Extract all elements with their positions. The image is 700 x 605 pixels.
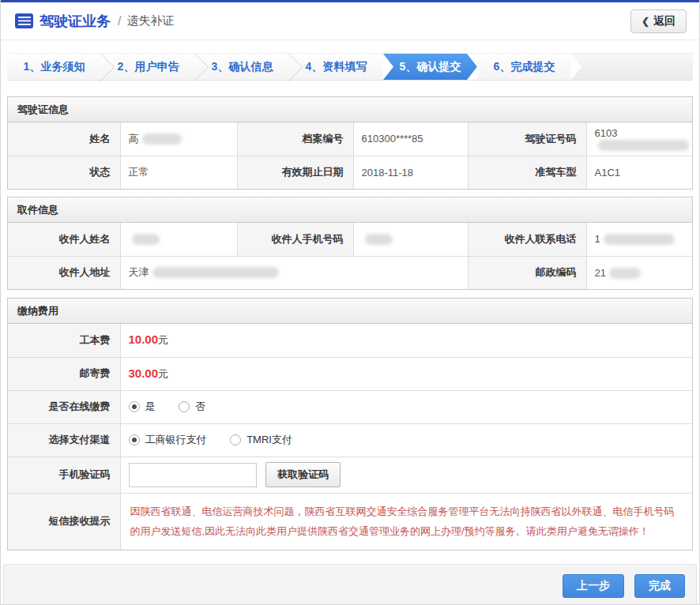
recipient-mobile-label: 收件人手机号码 <box>237 223 353 256</box>
name-value: 高 <box>120 122 237 156</box>
redacted-blur <box>152 267 279 278</box>
footer-actions: 上一步 完成 <box>3 564 697 605</box>
payment-table: 工本费 10.00元 邮寄费 30.00元 是否在线缴费 是 否 选择支付渠道 … <box>8 324 692 550</box>
delivery-info-panel: 取件信息 收件人姓名 收件人手机号码 收件人联系电话 1 收件人地址 天津 邮政… <box>7 197 693 290</box>
step-label: 1、业务须知 <box>24 60 85 74</box>
online-pay-label: 是否在线缴费 <box>8 390 120 423</box>
radio-online-no[interactable] <box>179 401 190 412</box>
sms-code-label: 手机验证码 <box>8 457 120 493</box>
radio-online-yes[interactable] <box>129 401 140 412</box>
license-info-panel: 驾驶证信息 姓名 高 档案编号 610300****85 驾驶证号码 6103 … <box>7 96 693 190</box>
table-row: 工本费 10.00元 <box>8 324 692 357</box>
step-label: 6、完成提交 <box>494 60 555 74</box>
file-no-value: 610300****85 <box>353 122 468 156</box>
license-no-value: 6103 <box>586 122 692 156</box>
radio-online-no-label[interactable]: 否 <box>195 400 205 412</box>
redacted-blur <box>598 140 689 151</box>
breadcrumb-current: 遗失补证 <box>126 13 174 28</box>
step-label: 4、资料填写 <box>306 60 367 74</box>
redacted-blur <box>365 234 393 245</box>
sms-hint-label: 短信接收提示 <box>8 493 120 550</box>
redacted-blur <box>609 268 641 279</box>
pay-channel-options: 工商银行支付 TMRI支付 <box>120 423 692 457</box>
status-label: 状态 <box>8 156 120 189</box>
step-item-3[interactable]: 3、确认信息 <box>195 54 289 80</box>
step-item-4[interactable]: 4、资料填写 <box>289 54 383 80</box>
file-no-label: 档案编号 <box>237 122 353 156</box>
breadcrumb-divider: / <box>118 14 121 28</box>
step-item-5-active[interactable]: 5、确认提交 <box>383 54 477 80</box>
recipient-phone-value: 1 <box>586 223 692 256</box>
status-value: 正常 <box>120 156 237 189</box>
table-row: 选择支付渠道 工商银行支付 TMRI支付 <box>8 423 692 457</box>
online-pay-options: 是 否 <box>120 390 692 423</box>
delivery-info-table: 收件人姓名 收件人手机号码 收件人联系电话 1 收件人地址 天津 邮政编码 21 <box>8 223 692 289</box>
page-header: 驾驶证业务 / 遗失补证 ❮ 返回 <box>1 2 699 40</box>
back-button-label: 返回 <box>653 14 676 28</box>
fee-unit: 元 <box>158 334 168 346</box>
form-list-icon <box>15 13 33 28</box>
get-code-button[interactable]: 获取验证码 <box>265 462 341 487</box>
radio-channel-tmri-label[interactable]: TMRI支付 <box>247 434 292 445</box>
back-chevron-icon: ❮ <box>642 16 649 27</box>
table-row: 收件人地址 天津 邮政编码 21 <box>8 256 692 289</box>
postage-fee-value: 30.00元 <box>120 357 692 390</box>
step-item-2[interactable]: 2、用户申告 <box>101 54 195 80</box>
finish-button[interactable]: 完成 <box>634 574 685 598</box>
recipient-phone-label: 收件人联系电话 <box>468 223 586 256</box>
redacted-blur <box>132 234 160 245</box>
vehicle-class-value: A1C1 <box>586 156 692 189</box>
recipient-name-label: 收件人姓名 <box>8 223 120 256</box>
steps-bar: 1、业务须知 2、用户申告 3、确认信息 4、资料填写 5、确认提交 6、完成提… <box>7 53 693 81</box>
sms-code-cell: 获取验证码 <box>120 457 692 493</box>
delivery-panel-title: 取件信息 <box>8 197 692 223</box>
postcode-value: 21 <box>586 256 692 289</box>
recipient-mobile-value <box>353 223 468 256</box>
radio-channel-tmri[interactable] <box>230 434 241 445</box>
table-row: 状态 正常 有效期止日期 2018-11-18 准驾车型 A1C1 <box>8 156 692 189</box>
radio-online-yes-label[interactable]: 是 <box>145 400 156 412</box>
payment-panel-title: 缴纳费用 <box>8 299 692 324</box>
payment-panel: 缴纳费用 工本费 10.00元 邮寄费 30.00元 是否在线缴费 是 否 选择… <box>7 298 693 551</box>
radio-channel-icbc[interactable] <box>129 434 140 445</box>
card-fee-label: 工本费 <box>8 324 120 357</box>
back-button[interactable]: ❮ 返回 <box>630 9 687 33</box>
license-panel-title: 驾驶证信息 <box>8 97 692 122</box>
table-row: 手机验证码 获取验证码 <box>8 457 692 493</box>
postage-fee-amount: 30.00 <box>129 366 159 380</box>
table-row: 收件人姓名 收件人手机号码 收件人联系电话 1 <box>8 223 692 256</box>
sms-code-input[interactable] <box>129 463 257 487</box>
pay-channel-label: 选择支付渠道 <box>8 423 120 457</box>
step-label: 3、确认信息 <box>212 60 273 74</box>
expiry-label: 有效期止日期 <box>237 156 353 189</box>
postage-fee-label: 邮寄费 <box>8 357 120 390</box>
sms-hint-text: 因陕西省联通、电信运营商技术问题，陕西省互联网交通安全综合服务管理平台无法向持陕… <box>120 493 692 550</box>
name-label: 姓名 <box>8 122 120 156</box>
address-label: 收件人地址 <box>8 256 120 289</box>
fee-unit: 元 <box>158 368 168 380</box>
vehicle-class-label: 准驾车型 <box>468 156 586 189</box>
table-row: 短信接收提示 因陕西省联通、电信运营商技术问题，陕西省互联网交通安全综合服务管理… <box>8 493 692 550</box>
license-info-table: 姓名 高 档案编号 610300****85 驾驶证号码 6103 状态 正常 … <box>8 122 692 189</box>
table-row: 姓名 高 档案编号 610300****85 驾驶证号码 6103 <box>8 122 692 156</box>
step-item-6[interactable]: 6、完成提交 <box>477 54 571 80</box>
prev-step-button[interactable]: 上一步 <box>563 574 624 598</box>
redacted-blur <box>604 234 675 245</box>
radio-channel-icbc-label[interactable]: 工商银行支付 <box>145 434 207 445</box>
card-fee-amount: 10.00 <box>129 333 159 346</box>
table-row: 是否在线缴费 是 否 <box>8 390 692 423</box>
address-value: 天津 <box>120 256 468 289</box>
redacted-blur <box>142 133 182 145</box>
table-row: 邮寄费 30.00元 <box>8 357 692 390</box>
page-title: 驾驶证业务 <box>40 12 111 31</box>
page: 驾驶证业务 / 遗失补证 ❮ 返回 1、业务须知 2、用户申告 3、确认信息 4… <box>0 0 700 605</box>
license-no-label: 驾驶证号码 <box>468 122 586 156</box>
card-fee-value: 10.00元 <box>120 324 692 357</box>
postcode-label: 邮政编码 <box>468 256 586 289</box>
step-label: 5、确认提交 <box>400 60 461 74</box>
recipient-name-value <box>120 223 237 256</box>
step-label: 2、用户申告 <box>118 60 179 74</box>
expiry-value: 2018-11-18 <box>353 156 468 189</box>
step-item-1[interactable]: 1、业务须知 <box>7 54 101 80</box>
steps-filler <box>571 54 693 80</box>
